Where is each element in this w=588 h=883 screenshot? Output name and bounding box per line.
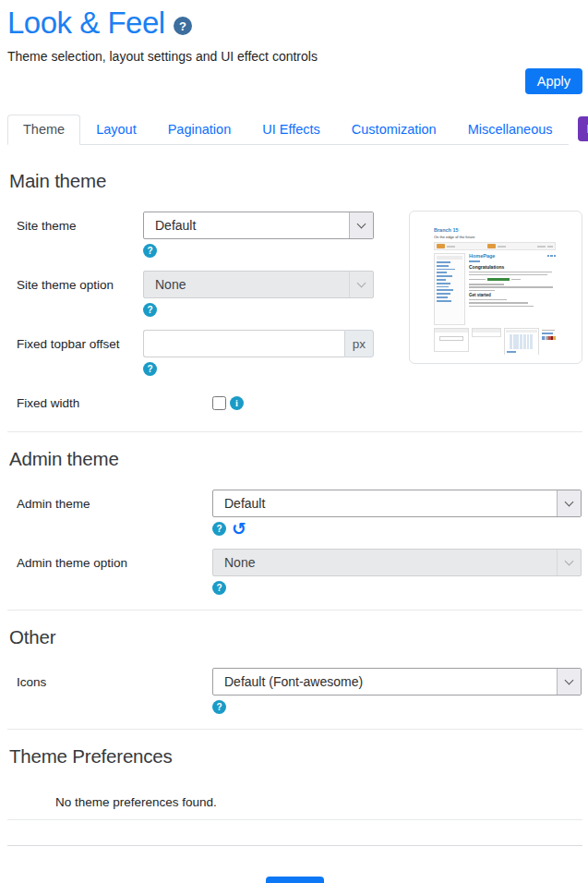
section-theme-preferences: Theme Preferences No theme preferences f… — [7, 729, 582, 846]
no-tabs-button[interactable]: No Tabs — [578, 116, 588, 141]
admin-theme-option-label: Admin theme option — [7, 556, 212, 570]
site-theme-label: Site theme — [7, 219, 143, 233]
section-admin-theme: Admin theme Admin theme Default Admin th… — [7, 431, 582, 595]
fixed-topbar-offset-label: Fixed topbar offset — [7, 337, 143, 351]
admin-theme-help-icon[interactable] — [212, 522, 226, 536]
undo-icon[interactable] — [232, 522, 246, 536]
site-theme-option-label: Site theme option — [7, 278, 143, 292]
tab-miscellaneous[interactable]: Miscellaneous — [452, 115, 569, 145]
fixed-topbar-offset-help-icon[interactable] — [143, 362, 157, 376]
preview-heading-get-started: Get started — [469, 293, 556, 297]
top-apply-row: Apply — [7, 68, 582, 94]
site-theme-help-icon[interactable] — [143, 244, 157, 258]
preview-page-title: HomePage — [469, 253, 495, 259]
section-main-theme: Main theme Site theme Default Site theme… — [7, 170, 582, 417]
site-theme-option-help-icon[interactable] — [143, 303, 157, 317]
look-and-feel-page: Look & Feel Theme selection, layout sett… — [0, 0, 588, 883]
admin-theme-heading: Admin theme — [9, 448, 582, 470]
px-suffix: px — [344, 330, 374, 357]
admin-theme-option-select: None — [212, 549, 582, 576]
fixed-width-label: Fixed width — [7, 396, 143, 410]
page-title: Look & Feel — [7, 6, 165, 41]
apply-button-bottom[interactable]: Apply — [266, 877, 323, 883]
theme-preferences-spacer — [7, 820, 582, 846]
fixed-width-info-icon[interactable] — [230, 396, 244, 410]
main-theme-heading: Main theme — [9, 170, 582, 192]
tab-ui-effects[interactable]: UI Effects — [246, 115, 336, 145]
fixed-width-checkbox[interactable] — [212, 396, 226, 410]
theme-preferences-empty-row: No theme preferences found. — [7, 787, 582, 820]
section-other: Other Icons Default (Font-awesome) — [7, 610, 582, 714]
preview-site-title: Branch 15 — [434, 227, 556, 233]
preview-heading-congratulations: Congratulations — [469, 264, 556, 270]
tab-customization[interactable]: Customization — [336, 115, 452, 145]
other-heading: Other — [9, 626, 582, 648]
preview-navbar — [434, 242, 556, 250]
fixed-topbar-offset-input[interactable] — [143, 330, 344, 357]
theme-preview-thumbnail: Branch 15 On the edge of the future — [409, 211, 582, 364]
page-title-row: Look & Feel — [7, 6, 582, 41]
tab-bar: Theme Layout Pagination UI Effects Custo… — [7, 115, 582, 145]
site-theme-select[interactable]: Default — [143, 212, 374, 239]
tabs-list: Theme Layout Pagination UI Effects Custo… — [7, 115, 569, 145]
page-subtitle: Theme selection, layout settings and UI … — [7, 49, 582, 64]
field-fixed-width: Fixed width — [7, 389, 582, 417]
field-icons: Icons Default (Font-awesome) — [7, 668, 582, 714]
field-admin-theme: Admin theme Default — [7, 490, 582, 536]
icons-help-icon[interactable] — [212, 700, 226, 714]
chevron-down-icon — [557, 669, 581, 695]
preview-main-column: HomePage Congratulations — [465, 253, 556, 325]
chevron-down-icon — [557, 550, 581, 575]
preview-widget-box — [434, 328, 469, 352]
admin-theme-label: Admin theme — [7, 497, 212, 511]
icons-select[interactable]: Default (Font-awesome) — [212, 668, 582, 696]
admin-theme-select[interactable]: Default — [212, 490, 582, 517]
chevron-down-icon — [349, 272, 373, 297]
chevron-down-icon — [349, 212, 373, 238]
preview-color-strip — [542, 336, 556, 340]
site-theme-option-select: None — [143, 271, 374, 298]
theme-preferences-heading: Theme Preferences — [9, 745, 582, 768]
preview-progress-bar — [469, 277, 556, 282]
preview-site-subtitle: On the edge of the future — [434, 235, 556, 239]
admin-theme-option-help-icon[interactable] — [212, 581, 226, 595]
tab-layout[interactable]: Layout — [80, 115, 152, 145]
preview-widget-box — [472, 328, 501, 337]
icons-label: Icons — [7, 675, 212, 689]
preview-sidebar-menu — [434, 253, 465, 325]
field-admin-theme-option: Admin theme option None — [7, 549, 582, 595]
chevron-down-icon — [557, 490, 581, 516]
preview-right-column — [542, 328, 556, 340]
tab-theme[interactable]: Theme — [7, 115, 80, 145]
page-help-icon[interactable] — [174, 17, 192, 35]
apply-button-top[interactable]: Apply — [525, 68, 582, 94]
bottom-apply-row: Apply — [7, 877, 582, 883]
tab-pagination[interactable]: Pagination — [152, 115, 247, 145]
preview-calendar — [504, 328, 539, 355]
